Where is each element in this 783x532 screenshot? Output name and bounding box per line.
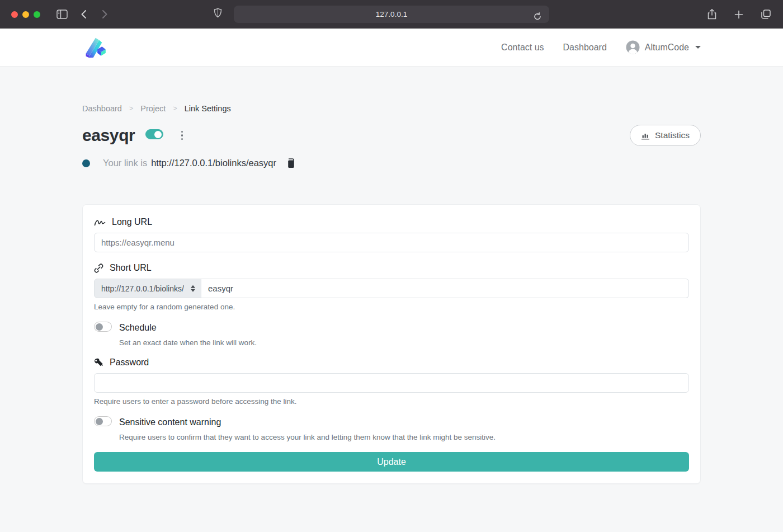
breadcrumb-dashboard[interactable]: Dashboard <box>82 104 122 113</box>
logo[interactable] <box>82 34 108 61</box>
browser-toolbar: 127.0.0.1 <box>0 0 783 29</box>
schedule-label: Schedule <box>119 323 157 333</box>
link-prefix-text: Your link is <box>103 158 147 168</box>
copy-link-button[interactable] <box>287 158 296 168</box>
long-url-label-row: Long URL <box>94 217 689 227</box>
short-url-label: Short URL <box>110 263 152 273</box>
link-icon <box>94 263 103 273</box>
statistics-button[interactable]: Statistics <box>630 125 701 146</box>
domain-select-wrap: http://127.0.0.1/biolinks/ <box>94 279 201 298</box>
password-input[interactable] <box>94 373 689 393</box>
address-bar[interactable]: 127.0.0.1 <box>234 6 549 23</box>
password-helper: Require users to enter a password before… <box>94 397 689 406</box>
new-tab-icon[interactable] <box>730 6 747 23</box>
short-url-label-row: Short URL <box>94 263 689 273</box>
kebab-menu-icon[interactable] <box>176 130 187 141</box>
breadcrumb-project[interactable]: Project <box>140 104 166 113</box>
breadcrumb: Dashboard > Project > Link Settings <box>82 104 701 113</box>
forward-icon[interactable] <box>96 6 113 23</box>
sensitive-group: Sensitive content warning Require users … <box>94 416 689 441</box>
breadcrumb-separator: > <box>129 105 133 112</box>
page-title: easyqr <box>82 126 135 145</box>
address-url: 127.0.0.1 <box>376 10 407 18</box>
chevron-down-icon <box>695 46 701 49</box>
site-navbar: Contact us Dashboard AltumCode <box>0 29 783 67</box>
schedule-toggle[interactable] <box>94 322 112 334</box>
link-settings-card: Long URL Short URL http://127.0.0.1/biol… <box>82 204 701 484</box>
signature-icon <box>94 218 106 227</box>
short-url-helper: Leave empty for a random generated one. <box>94 303 689 311</box>
back-icon[interactable] <box>75 6 92 23</box>
long-url-input[interactable] <box>94 233 689 252</box>
nav-contact-us[interactable]: Contact us <box>501 43 544 53</box>
window-controls <box>11 11 40 18</box>
minimize-window-button[interactable] <box>22 11 29 18</box>
link-enabled-toggle[interactable] <box>145 129 163 142</box>
sensitive-label: Sensitive content warning <box>119 417 221 427</box>
user-name: AltumCode <box>645 43 689 53</box>
short-url-input[interactable] <box>201 279 689 298</box>
sensitive-helper: Require users to confirm that they want … <box>119 433 689 441</box>
privacy-shield-icon[interactable] <box>214 8 222 18</box>
copy-icon <box>287 158 296 168</box>
short-link-url[interactable]: http://127.0.0.1/biolinks/easyqr <box>151 158 276 168</box>
zoom-window-button[interactable] <box>34 11 40 18</box>
status-dot <box>82 159 90 167</box>
schedule-helper: Set an exact date when the link will wor… <box>119 338 689 347</box>
reload-icon[interactable] <box>529 8 546 25</box>
breadcrumb-separator: > <box>173 105 177 112</box>
avatar <box>626 40 640 54</box>
tabs-overview-icon[interactable] <box>757 6 774 23</box>
password-label-row: Password <box>94 357 689 368</box>
long-url-group: Long URL <box>94 217 689 252</box>
user-menu[interactable]: AltumCode <box>626 40 701 54</box>
sensitive-toggle[interactable] <box>94 416 112 429</box>
bar-chart-icon <box>641 131 650 140</box>
sidebar-toggle-icon[interactable] <box>54 6 70 23</box>
key-icon <box>94 358 103 368</box>
password-label: Password <box>110 357 149 368</box>
share-icon[interactable] <box>704 6 720 23</box>
long-url-label: Long URL <box>112 217 152 227</box>
domain-select[interactable]: http://127.0.0.1/biolinks/ <box>95 279 201 298</box>
nav-dashboard[interactable]: Dashboard <box>563 43 607 53</box>
schedule-group: Schedule Set an exact date when the link… <box>94 322 689 347</box>
update-button[interactable]: Update <box>94 452 689 472</box>
short-url-group: Short URL http://127.0.0.1/biolinks/ Lea… <box>94 263 689 311</box>
password-group: Password Require users to enter a passwo… <box>94 357 689 406</box>
breadcrumb-link-settings: Link Settings <box>185 104 231 113</box>
close-window-button[interactable] <box>11 11 18 18</box>
